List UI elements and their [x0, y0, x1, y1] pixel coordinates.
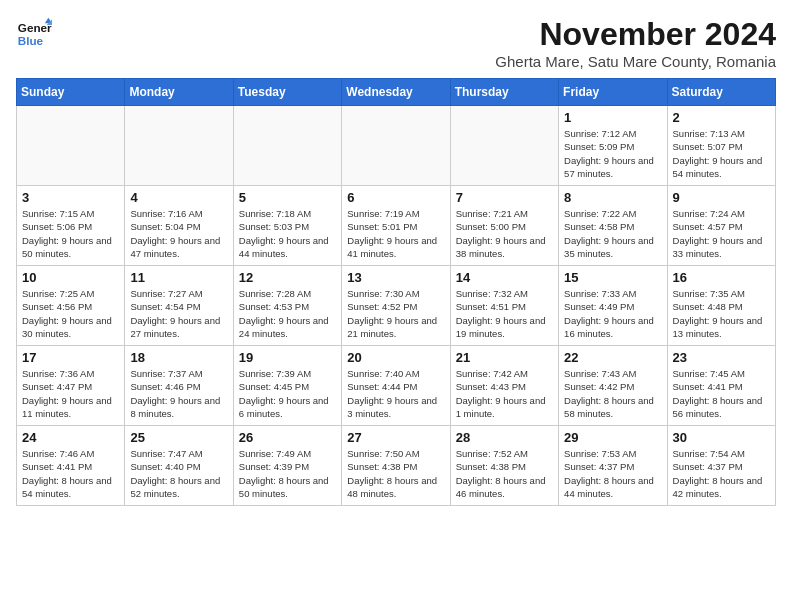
calendar-cell: 21Sunrise: 7:42 AM Sunset: 4:43 PM Dayli…: [450, 346, 558, 426]
day-number: 14: [456, 270, 553, 285]
day-number: 18: [130, 350, 227, 365]
calendar-cell: 25Sunrise: 7:47 AM Sunset: 4:40 PM Dayli…: [125, 426, 233, 506]
day-info: Sunrise: 7:25 AM Sunset: 4:56 PM Dayligh…: [22, 287, 119, 340]
day-number: 24: [22, 430, 119, 445]
week-row-2: 3Sunrise: 7:15 AM Sunset: 5:06 PM Daylig…: [17, 186, 776, 266]
day-number: 2: [673, 110, 770, 125]
day-number: 26: [239, 430, 336, 445]
day-info: Sunrise: 7:46 AM Sunset: 4:41 PM Dayligh…: [22, 447, 119, 500]
day-number: 30: [673, 430, 770, 445]
day-info: Sunrise: 7:28 AM Sunset: 4:53 PM Dayligh…: [239, 287, 336, 340]
calendar-cell: 30Sunrise: 7:54 AM Sunset: 4:37 PM Dayli…: [667, 426, 775, 506]
calendar-cell: 10Sunrise: 7:25 AM Sunset: 4:56 PM Dayli…: [17, 266, 125, 346]
location-title: Gherta Mare, Satu Mare County, Romania: [495, 53, 776, 70]
day-info: Sunrise: 7:53 AM Sunset: 4:37 PM Dayligh…: [564, 447, 661, 500]
calendar-cell: 11Sunrise: 7:27 AM Sunset: 4:54 PM Dayli…: [125, 266, 233, 346]
calendar-cell: [450, 106, 558, 186]
day-info: Sunrise: 7:12 AM Sunset: 5:09 PM Dayligh…: [564, 127, 661, 180]
calendar-cell: 7Sunrise: 7:21 AM Sunset: 5:00 PM Daylig…: [450, 186, 558, 266]
day-info: Sunrise: 7:24 AM Sunset: 4:57 PM Dayligh…: [673, 207, 770, 260]
day-number: 29: [564, 430, 661, 445]
day-number: 25: [130, 430, 227, 445]
day-number: 4: [130, 190, 227, 205]
day-header-tuesday: Tuesday: [233, 79, 341, 106]
calendar-cell: [233, 106, 341, 186]
logo-icon: General Blue: [16, 16, 52, 52]
calendar-cell: 29Sunrise: 7:53 AM Sunset: 4:37 PM Dayli…: [559, 426, 667, 506]
calendar-cell: 13Sunrise: 7:30 AM Sunset: 4:52 PM Dayli…: [342, 266, 450, 346]
calendar-cell: 18Sunrise: 7:37 AM Sunset: 4:46 PM Dayli…: [125, 346, 233, 426]
day-info: Sunrise: 7:18 AM Sunset: 5:03 PM Dayligh…: [239, 207, 336, 260]
day-number: 11: [130, 270, 227, 285]
day-number: 13: [347, 270, 444, 285]
day-number: 27: [347, 430, 444, 445]
day-info: Sunrise: 7:45 AM Sunset: 4:41 PM Dayligh…: [673, 367, 770, 420]
day-info: Sunrise: 7:30 AM Sunset: 4:52 PM Dayligh…: [347, 287, 444, 340]
calendar-cell: 6Sunrise: 7:19 AM Sunset: 5:01 PM Daylig…: [342, 186, 450, 266]
day-header-sunday: Sunday: [17, 79, 125, 106]
day-number: 15: [564, 270, 661, 285]
day-number: 7: [456, 190, 553, 205]
svg-text:Blue: Blue: [18, 34, 44, 47]
day-info: Sunrise: 7:35 AM Sunset: 4:48 PM Dayligh…: [673, 287, 770, 340]
day-info: Sunrise: 7:39 AM Sunset: 4:45 PM Dayligh…: [239, 367, 336, 420]
calendar-cell: [17, 106, 125, 186]
calendar-cell: 1Sunrise: 7:12 AM Sunset: 5:09 PM Daylig…: [559, 106, 667, 186]
calendar-cell: 16Sunrise: 7:35 AM Sunset: 4:48 PM Dayli…: [667, 266, 775, 346]
day-number: 16: [673, 270, 770, 285]
day-number: 22: [564, 350, 661, 365]
calendar-cell: [342, 106, 450, 186]
day-header-thursday: Thursday: [450, 79, 558, 106]
day-header-friday: Friday: [559, 79, 667, 106]
calendar-cell: 26Sunrise: 7:49 AM Sunset: 4:39 PM Dayli…: [233, 426, 341, 506]
calendar-cell: 27Sunrise: 7:50 AM Sunset: 4:38 PM Dayli…: [342, 426, 450, 506]
day-number: 23: [673, 350, 770, 365]
calendar-header-row: SundayMondayTuesdayWednesdayThursdayFrid…: [17, 79, 776, 106]
day-info: Sunrise: 7:22 AM Sunset: 4:58 PM Dayligh…: [564, 207, 661, 260]
calendar-cell: 24Sunrise: 7:46 AM Sunset: 4:41 PM Dayli…: [17, 426, 125, 506]
day-info: Sunrise: 7:13 AM Sunset: 5:07 PM Dayligh…: [673, 127, 770, 180]
day-info: Sunrise: 7:50 AM Sunset: 4:38 PM Dayligh…: [347, 447, 444, 500]
calendar-cell: 2Sunrise: 7:13 AM Sunset: 5:07 PM Daylig…: [667, 106, 775, 186]
day-number: 3: [22, 190, 119, 205]
day-info: Sunrise: 7:32 AM Sunset: 4:51 PM Dayligh…: [456, 287, 553, 340]
calendar-cell: 12Sunrise: 7:28 AM Sunset: 4:53 PM Dayli…: [233, 266, 341, 346]
month-title: November 2024: [495, 16, 776, 53]
calendar-cell: 14Sunrise: 7:32 AM Sunset: 4:51 PM Dayli…: [450, 266, 558, 346]
day-number: 10: [22, 270, 119, 285]
day-info: Sunrise: 7:16 AM Sunset: 5:04 PM Dayligh…: [130, 207, 227, 260]
day-number: 8: [564, 190, 661, 205]
day-info: Sunrise: 7:42 AM Sunset: 4:43 PM Dayligh…: [456, 367, 553, 420]
day-number: 6: [347, 190, 444, 205]
calendar-cell: 23Sunrise: 7:45 AM Sunset: 4:41 PM Dayli…: [667, 346, 775, 426]
calendar-cell: 22Sunrise: 7:43 AM Sunset: 4:42 PM Dayli…: [559, 346, 667, 426]
day-info: Sunrise: 7:27 AM Sunset: 4:54 PM Dayligh…: [130, 287, 227, 340]
day-info: Sunrise: 7:19 AM Sunset: 5:01 PM Dayligh…: [347, 207, 444, 260]
day-info: Sunrise: 7:33 AM Sunset: 4:49 PM Dayligh…: [564, 287, 661, 340]
day-number: 12: [239, 270, 336, 285]
day-info: Sunrise: 7:40 AM Sunset: 4:44 PM Dayligh…: [347, 367, 444, 420]
day-number: 21: [456, 350, 553, 365]
day-number: 1: [564, 110, 661, 125]
calendar-cell: 8Sunrise: 7:22 AM Sunset: 4:58 PM Daylig…: [559, 186, 667, 266]
day-info: Sunrise: 7:49 AM Sunset: 4:39 PM Dayligh…: [239, 447, 336, 500]
day-header-wednesday: Wednesday: [342, 79, 450, 106]
calendar-cell: 28Sunrise: 7:52 AM Sunset: 4:38 PM Dayli…: [450, 426, 558, 506]
day-info: Sunrise: 7:47 AM Sunset: 4:40 PM Dayligh…: [130, 447, 227, 500]
day-info: Sunrise: 7:52 AM Sunset: 4:38 PM Dayligh…: [456, 447, 553, 500]
day-number: 17: [22, 350, 119, 365]
week-row-4: 17Sunrise: 7:36 AM Sunset: 4:47 PM Dayli…: [17, 346, 776, 426]
logo: General Blue: [16, 16, 52, 52]
day-info: Sunrise: 7:37 AM Sunset: 4:46 PM Dayligh…: [130, 367, 227, 420]
calendar-cell: 17Sunrise: 7:36 AM Sunset: 4:47 PM Dayli…: [17, 346, 125, 426]
title-area: November 2024 Gherta Mare, Satu Mare Cou…: [495, 16, 776, 70]
day-number: 9: [673, 190, 770, 205]
day-info: Sunrise: 7:54 AM Sunset: 4:37 PM Dayligh…: [673, 447, 770, 500]
calendar-cell: 15Sunrise: 7:33 AM Sunset: 4:49 PM Dayli…: [559, 266, 667, 346]
day-number: 20: [347, 350, 444, 365]
calendar-cell: 5Sunrise: 7:18 AM Sunset: 5:03 PM Daylig…: [233, 186, 341, 266]
calendar-cell: [125, 106, 233, 186]
calendar-table: SundayMondayTuesdayWednesdayThursdayFrid…: [16, 78, 776, 506]
week-row-3: 10Sunrise: 7:25 AM Sunset: 4:56 PM Dayli…: [17, 266, 776, 346]
day-info: Sunrise: 7:21 AM Sunset: 5:00 PM Dayligh…: [456, 207, 553, 260]
